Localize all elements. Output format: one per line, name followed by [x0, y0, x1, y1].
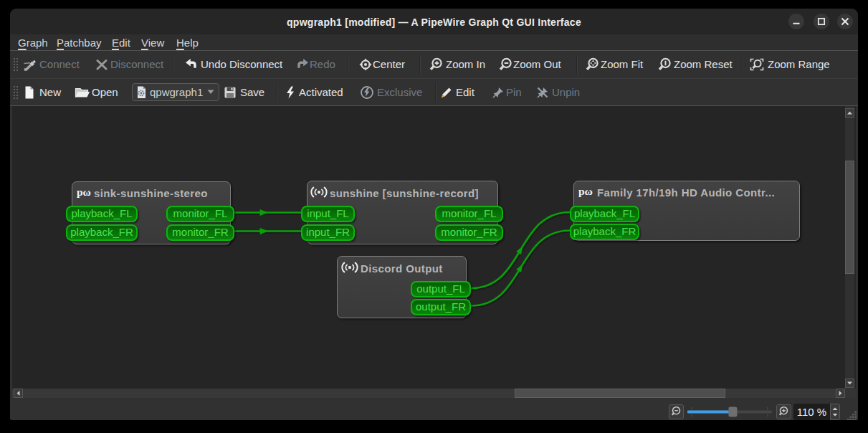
svg-text:pω: pω [578, 186, 593, 197]
svg-text:pω: pω [77, 186, 91, 198]
